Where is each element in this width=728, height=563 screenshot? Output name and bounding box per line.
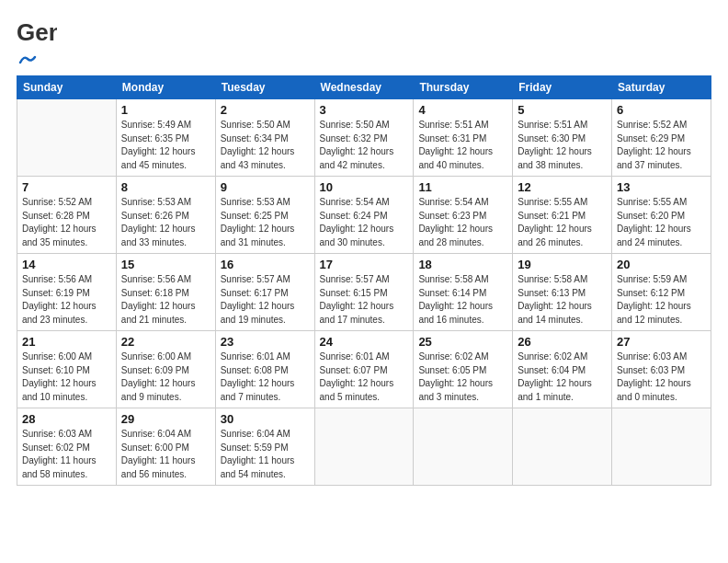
table-row: 4Sunrise: 5:51 AMSunset: 6:31 PMDaylight… (414, 99, 513, 177)
day-number: 11 (418, 180, 507, 194)
table-row: 14Sunrise: 5:56 AMSunset: 6:19 PMDayligh… (17, 254, 117, 331)
logo: General (17, 17, 57, 66)
table-row (513, 408, 612, 486)
table-row: 21Sunrise: 6:00 AMSunset: 6:10 PMDayligh… (17, 331, 117, 408)
weekday-header-row: SundayMondayTuesdayWednesdayThursdayFrid… (17, 76, 711, 99)
day-info: Sunrise: 5:53 AMSunset: 6:26 PMDaylight:… (121, 196, 210, 249)
day-info: Sunrise: 6:03 AMSunset: 6:03 PMDaylight:… (617, 350, 706, 404)
day-info: Sunrise: 5:55 AMSunset: 6:20 PMDaylight:… (617, 196, 706, 249)
table-row: 7Sunrise: 5:52 AMSunset: 6:28 PMDaylight… (17, 177, 117, 254)
day-number: 17 (320, 258, 409, 271)
table-row: 17Sunrise: 5:57 AMSunset: 6:15 PMDayligh… (314, 254, 414, 331)
day-info: Sunrise: 5:54 AMSunset: 6:23 PMDaylight:… (418, 196, 507, 249)
day-info: Sunrise: 6:04 AMSunset: 6:00 PMDaylight:… (121, 428, 210, 481)
day-number: 22 (121, 335, 210, 349)
day-number: 7 (22, 180, 111, 194)
day-number: 9 (221, 180, 310, 194)
weekday-header-sunday: Sunday (17, 76, 117, 99)
day-info: Sunrise: 5:56 AMSunset: 6:18 PMDaylight:… (121, 273, 210, 327)
day-info: Sunrise: 5:52 AMSunset: 6:29 PMDaylight:… (617, 119, 706, 172)
calendar-table: SundayMondayTuesdayWednesdayThursdayFrid… (17, 75, 711, 486)
table-row: 9Sunrise: 5:53 AMSunset: 6:25 PMDaylight… (215, 177, 314, 254)
day-info: Sunrise: 6:02 AMSunset: 6:05 PMDaylight:… (418, 350, 507, 404)
table-row: 3Sunrise: 5:50 AMSunset: 6:32 PMDaylight… (314, 99, 414, 177)
table-row: 25Sunrise: 6:02 AMSunset: 6:05 PMDayligh… (414, 331, 513, 408)
svg-text:General: General (17, 18, 57, 46)
day-number: 23 (221, 335, 310, 349)
day-number: 20 (617, 258, 706, 271)
day-info: Sunrise: 5:58 AMSunset: 6:13 PMDaylight:… (518, 273, 607, 327)
table-row: 2Sunrise: 5:50 AMSunset: 6:34 PMDaylight… (215, 99, 314, 177)
table-row: 29Sunrise: 6:04 AMSunset: 6:00 PMDayligh… (116, 408, 215, 486)
table-row: 30Sunrise: 6:04 AMSunset: 5:59 PMDayligh… (215, 408, 314, 486)
day-number: 13 (617, 180, 706, 194)
day-info: Sunrise: 5:50 AMSunset: 6:34 PMDaylight:… (221, 119, 310, 172)
day-info: Sunrise: 6:00 AMSunset: 6:09 PMDaylight:… (121, 350, 210, 404)
weekday-header-saturday: Saturday (612, 76, 711, 99)
day-number: 2 (221, 103, 310, 117)
day-number: 1 (121, 103, 210, 117)
day-info: Sunrise: 5:52 AMSunset: 6:28 PMDaylight:… (22, 196, 111, 249)
day-info: Sunrise: 5:55 AMSunset: 6:21 PMDaylight:… (518, 196, 607, 249)
weekday-header-thursday: Thursday (414, 76, 513, 99)
table-row: 5Sunrise: 5:51 AMSunset: 6:30 PMDaylight… (513, 99, 612, 177)
day-number: 27 (617, 335, 706, 349)
weekday-header-tuesday: Tuesday (215, 76, 314, 99)
day-number: 5 (518, 103, 607, 117)
day-info: Sunrise: 6:01 AMSunset: 6:08 PMDaylight:… (221, 350, 310, 404)
day-info: Sunrise: 5:57 AMSunset: 6:17 PMDaylight:… (221, 273, 310, 327)
day-number: 18 (418, 258, 507, 271)
day-number: 28 (22, 412, 111, 426)
day-info: Sunrise: 5:51 AMSunset: 6:30 PMDaylight:… (518, 119, 607, 172)
logo-icon: General (17, 17, 57, 52)
day-number: 30 (221, 412, 310, 426)
day-number: 3 (320, 103, 409, 117)
weekday-header-friday: Friday (513, 76, 612, 99)
table-row: 8Sunrise: 5:53 AMSunset: 6:26 PMDaylight… (116, 177, 215, 254)
day-info: Sunrise: 6:01 AMSunset: 6:07 PMDaylight:… (320, 350, 409, 404)
table-row (414, 408, 513, 486)
logo-swoosh (18, 53, 37, 66)
day-number: 19 (518, 258, 607, 271)
page: General SundayMondayTuesdayWednesdayThur… (0, 0, 728, 563)
day-number: 14 (22, 258, 111, 271)
table-row: 10Sunrise: 5:54 AMSunset: 6:24 PMDayligh… (314, 177, 414, 254)
table-row: 19Sunrise: 5:58 AMSunset: 6:13 PMDayligh… (513, 254, 612, 331)
table-row: 28Sunrise: 6:03 AMSunset: 6:02 PMDayligh… (17, 408, 117, 486)
day-info: Sunrise: 5:51 AMSunset: 6:31 PMDaylight:… (418, 119, 507, 172)
day-info: Sunrise: 5:59 AMSunset: 6:12 PMDaylight:… (617, 273, 706, 327)
day-number: 10 (320, 180, 409, 194)
day-info: Sunrise: 5:54 AMSunset: 6:24 PMDaylight:… (320, 196, 409, 249)
day-info: Sunrise: 5:57 AMSunset: 6:15 PMDaylight:… (320, 273, 409, 327)
weekday-header-monday: Monday (116, 76, 215, 99)
table-row (314, 408, 414, 486)
day-number: 6 (617, 103, 706, 117)
day-number: 24 (320, 335, 409, 349)
day-info: Sunrise: 6:04 AMSunset: 5:59 PMDaylight:… (221, 428, 310, 481)
table-row: 18Sunrise: 5:58 AMSunset: 6:14 PMDayligh… (414, 254, 513, 331)
day-info: Sunrise: 5:49 AMSunset: 6:35 PMDaylight:… (121, 119, 210, 172)
table-row: 22Sunrise: 6:00 AMSunset: 6:09 PMDayligh… (116, 331, 215, 408)
table-row (612, 408, 711, 486)
day-info: Sunrise: 6:03 AMSunset: 6:02 PMDaylight:… (22, 428, 111, 481)
day-number: 21 (22, 335, 111, 349)
table-row: 16Sunrise: 5:57 AMSunset: 6:17 PMDayligh… (215, 254, 314, 331)
day-info: Sunrise: 6:02 AMSunset: 6:04 PMDaylight:… (518, 350, 607, 404)
day-number: 25 (418, 335, 507, 349)
table-row: 23Sunrise: 6:01 AMSunset: 6:08 PMDayligh… (215, 331, 314, 408)
header: General (17, 17, 711, 66)
day-number: 15 (121, 258, 210, 271)
day-number: 29 (121, 412, 210, 426)
day-number: 4 (418, 103, 507, 117)
day-info: Sunrise: 5:50 AMSunset: 6:32 PMDaylight:… (320, 119, 409, 172)
day-number: 8 (121, 180, 210, 194)
table-row: 13Sunrise: 5:55 AMSunset: 6:20 PMDayligh… (612, 177, 711, 254)
table-row: 1Sunrise: 5:49 AMSunset: 6:35 PMDaylight… (116, 99, 215, 177)
table-row: 20Sunrise: 5:59 AMSunset: 6:12 PMDayligh… (612, 254, 711, 331)
table-row: 15Sunrise: 5:56 AMSunset: 6:18 PMDayligh… (116, 254, 215, 331)
day-info: Sunrise: 5:53 AMSunset: 6:25 PMDaylight:… (221, 196, 310, 249)
day-info: Sunrise: 6:00 AMSunset: 6:10 PMDaylight:… (22, 350, 111, 404)
table-row: 24Sunrise: 6:01 AMSunset: 6:07 PMDayligh… (314, 331, 414, 408)
day-info: Sunrise: 5:56 AMSunset: 6:19 PMDaylight:… (22, 273, 111, 327)
table-row: 26Sunrise: 6:02 AMSunset: 6:04 PMDayligh… (513, 331, 612, 408)
